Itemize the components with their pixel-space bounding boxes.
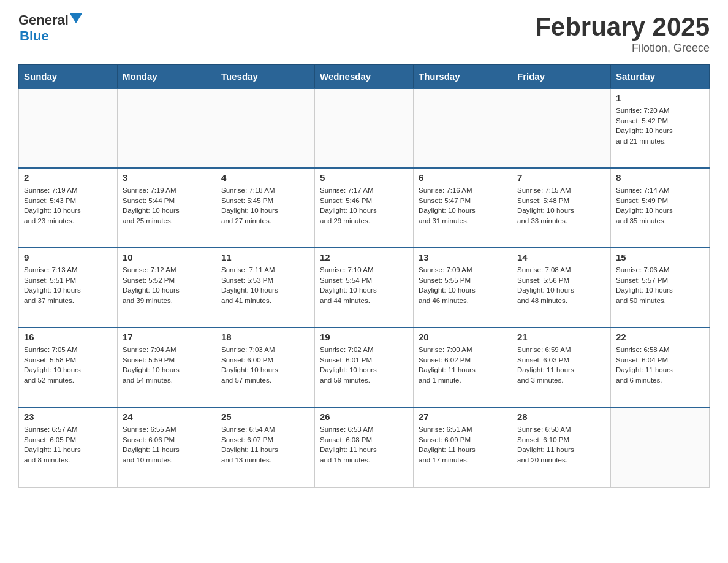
day-cell: 19Sunrise: 7:02 AMSunset: 6:01 PMDayligh… [315, 327, 414, 407]
day-cell: 14Sunrise: 7:08 AMSunset: 5:56 PMDayligh… [512, 248, 611, 327]
day-cell: 20Sunrise: 7:00 AMSunset: 6:02 PMDayligh… [414, 327, 512, 407]
day-cell [118, 88, 216, 168]
day-info: Sunrise: 7:06 AMSunset: 5:57 PMDaylight:… [616, 265, 704, 306]
day-cell: 17Sunrise: 7:04 AMSunset: 5:59 PMDayligh… [118, 327, 216, 407]
day-cell [414, 88, 512, 168]
day-cell: 23Sunrise: 6:57 AMSunset: 6:05 PMDayligh… [19, 407, 118, 487]
week-row-4: 16Sunrise: 7:05 AMSunset: 5:58 PMDayligh… [19, 327, 710, 407]
day-number: 16 [24, 332, 112, 342]
day-cell: 4Sunrise: 7:18 AMSunset: 5:45 PMDaylight… [216, 168, 315, 248]
day-info: Sunrise: 7:09 AMSunset: 5:55 PMDaylight:… [419, 265, 507, 306]
day-info: Sunrise: 7:19 AMSunset: 5:43 PMDaylight:… [24, 185, 112, 226]
day-cell: 13Sunrise: 7:09 AMSunset: 5:55 PMDayligh… [414, 248, 512, 327]
day-info: Sunrise: 7:11 AMSunset: 5:53 PMDaylight:… [221, 265, 309, 306]
day-number: 14 [517, 252, 605, 262]
day-cell: 15Sunrise: 7:06 AMSunset: 5:57 PMDayligh… [611, 248, 710, 327]
header-cell-sunday: Sunday [19, 65, 118, 89]
day-cell: 27Sunrise: 6:51 AMSunset: 6:09 PMDayligh… [414, 407, 512, 487]
day-number: 28 [517, 412, 605, 422]
header-cell-thursday: Thursday [414, 65, 512, 89]
day-number: 4 [221, 172, 309, 183]
day-cell: 22Sunrise: 6:58 AMSunset: 6:04 PMDayligh… [611, 327, 710, 407]
day-number: 8 [616, 172, 704, 183]
day-cell [216, 88, 315, 168]
day-info: Sunrise: 7:19 AMSunset: 5:44 PMDaylight:… [123, 185, 211, 226]
header-cell-saturday: Saturday [611, 65, 710, 89]
day-info: Sunrise: 7:02 AMSunset: 6:01 PMDaylight:… [320, 345, 408, 386]
title-block: February 2025 Filotion, Greece [535, 12, 710, 55]
day-number: 9 [24, 252, 112, 262]
day-number: 13 [419, 252, 507, 262]
day-cell: 12Sunrise: 7:10 AMSunset: 5:54 PMDayligh… [315, 248, 414, 327]
day-info: Sunrise: 7:12 AMSunset: 5:52 PMDaylight:… [123, 265, 211, 306]
day-number: 27 [419, 412, 507, 422]
day-info: Sunrise: 7:03 AMSunset: 6:00 PMDaylight:… [221, 345, 309, 386]
day-cell: 21Sunrise: 6:59 AMSunset: 6:03 PMDayligh… [512, 327, 611, 407]
header-cell-friday: Friday [512, 65, 611, 89]
day-info: Sunrise: 7:13 AMSunset: 5:51 PMDaylight:… [24, 265, 112, 306]
day-number: 3 [123, 172, 211, 183]
page-header: General Blue February 2025 Filotion, Gre… [18, 12, 710, 55]
header-row: SundayMondayTuesdayWednesdayThursdayFrid… [19, 65, 710, 89]
day-cell: 18Sunrise: 7:03 AMSunset: 6:00 PMDayligh… [216, 327, 315, 407]
day-number: 21 [517, 332, 605, 342]
day-cell [611, 407, 710, 487]
day-info: Sunrise: 6:55 AMSunset: 6:06 PMDaylight:… [123, 424, 211, 465]
day-cell [19, 88, 118, 168]
logo-blue: Blue [20, 28, 49, 44]
day-info: Sunrise: 7:00 AMSunset: 6:02 PMDaylight:… [419, 345, 507, 386]
day-info: Sunrise: 6:54 AMSunset: 6:07 PMDaylight:… [221, 424, 309, 465]
day-number: 12 [320, 252, 408, 262]
logo-general: General [18, 12, 69, 28]
day-number: 17 [123, 332, 211, 342]
day-number: 7 [517, 172, 605, 183]
day-cell: 16Sunrise: 7:05 AMSunset: 5:58 PMDayligh… [19, 327, 118, 407]
day-cell: 5Sunrise: 7:17 AMSunset: 5:46 PMDaylight… [315, 168, 414, 248]
day-cell: 28Sunrise: 6:50 AMSunset: 6:10 PMDayligh… [512, 407, 611, 487]
day-number: 2 [24, 172, 112, 183]
logo: General Blue [18, 12, 82, 44]
header-cell-monday: Monday [118, 65, 216, 89]
week-row-5: 23Sunrise: 6:57 AMSunset: 6:05 PMDayligh… [19, 407, 710, 487]
day-info: Sunrise: 7:20 AMSunset: 5:42 PMDaylight:… [616, 105, 704, 147]
day-number: 19 [320, 332, 408, 342]
day-cell: 24Sunrise: 6:55 AMSunset: 6:06 PMDayligh… [118, 407, 216, 487]
day-number: 25 [221, 412, 309, 422]
day-info: Sunrise: 7:15 AMSunset: 5:48 PMDaylight:… [517, 185, 605, 226]
week-row-1: 1Sunrise: 7:20 AMSunset: 5:42 PMDaylight… [19, 88, 710, 168]
day-number: 23 [24, 412, 112, 422]
day-info: Sunrise: 7:16 AMSunset: 5:47 PMDaylight:… [419, 185, 507, 226]
page-subtitle: Filotion, Greece [535, 42, 710, 55]
day-number: 24 [123, 412, 211, 422]
logo-arrow-icon [70, 13, 82, 26]
calendar-table: SundayMondayTuesdayWednesdayThursdayFrid… [18, 64, 710, 488]
header-cell-tuesday: Tuesday [216, 65, 315, 89]
day-number: 1 [616, 93, 704, 103]
day-info: Sunrise: 7:18 AMSunset: 5:45 PMDaylight:… [221, 185, 309, 226]
svg-marker-0 [70, 13, 82, 23]
day-number: 20 [419, 332, 507, 342]
week-row-2: 2Sunrise: 7:19 AMSunset: 5:43 PMDaylight… [19, 168, 710, 248]
day-number: 10 [123, 252, 211, 262]
calendar-body: 1Sunrise: 7:20 AMSunset: 5:42 PMDaylight… [19, 88, 710, 487]
page-title: February 2025 [535, 12, 710, 42]
day-cell: 11Sunrise: 7:11 AMSunset: 5:53 PMDayligh… [216, 248, 315, 327]
day-info: Sunrise: 6:57 AMSunset: 6:05 PMDaylight:… [24, 424, 112, 465]
day-number: 5 [320, 172, 408, 183]
day-info: Sunrise: 6:51 AMSunset: 6:09 PMDaylight:… [419, 424, 507, 465]
day-number: 6 [419, 172, 507, 183]
day-number: 26 [320, 412, 408, 422]
day-info: Sunrise: 7:17 AMSunset: 5:46 PMDaylight:… [320, 185, 408, 226]
day-number: 11 [221, 252, 309, 262]
day-info: Sunrise: 6:53 AMSunset: 6:08 PMDaylight:… [320, 424, 408, 465]
header-cell-wednesday: Wednesday [315, 65, 414, 89]
day-number: 18 [221, 332, 309, 342]
day-info: Sunrise: 7:14 AMSunset: 5:49 PMDaylight:… [616, 185, 704, 226]
day-cell: 1Sunrise: 7:20 AMSunset: 5:42 PMDaylight… [611, 88, 710, 168]
day-cell [315, 88, 414, 168]
day-cell: 6Sunrise: 7:16 AMSunset: 5:47 PMDaylight… [414, 168, 512, 248]
day-info: Sunrise: 6:58 AMSunset: 6:04 PMDaylight:… [616, 345, 704, 386]
day-cell: 26Sunrise: 6:53 AMSunset: 6:08 PMDayligh… [315, 407, 414, 487]
day-info: Sunrise: 7:05 AMSunset: 5:58 PMDaylight:… [24, 345, 112, 386]
day-cell: 8Sunrise: 7:14 AMSunset: 5:49 PMDaylight… [611, 168, 710, 248]
